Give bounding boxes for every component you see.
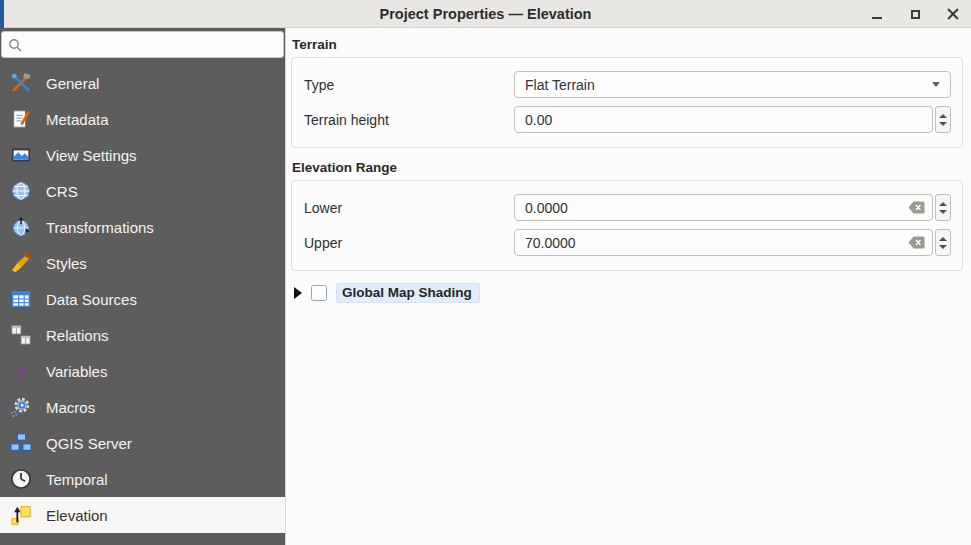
upper-field — [514, 229, 933, 256]
lower-field — [514, 194, 933, 221]
window-title: Project Properties — Elevation — [0, 6, 971, 22]
sidebar-item-label: Relations — [46, 327, 109, 344]
close-button[interactable] — [945, 6, 961, 22]
terrain-section-title: Terrain — [292, 37, 963, 52]
sidebar-item-elevation[interactable]: Elevation — [0, 497, 285, 533]
window-controls — [869, 0, 961, 28]
upper-row: Upper — [304, 229, 951, 256]
global-map-shading-label[interactable]: Global Map Shading — [336, 283, 480, 303]
sidebar-item-temporal[interactable]: Temporal — [0, 461, 285, 497]
elevation-icon — [9, 503, 33, 527]
global-map-shading-row: Global Map Shading — [294, 283, 963, 303]
sidebar-item-transformations[interactable]: Transformations — [0, 209, 285, 245]
lower-label: Lower — [304, 200, 514, 216]
global-map-shading-checkbox[interactable] — [311, 285, 327, 301]
spin-up-icon[interactable] — [939, 202, 947, 206]
project-properties-window: Project Properties — Elevation — [0, 0, 971, 545]
sidebar-item-general[interactable]: General — [0, 65, 285, 101]
upper-spinner[interactable] — [935, 229, 951, 256]
macro-gear-icon — [9, 395, 33, 419]
terrain-height-label: Terrain height — [304, 112, 514, 128]
terrain-type-combobox[interactable]: Flat Terrain — [514, 71, 951, 98]
epsilon-icon: ε — [9, 359, 33, 383]
transformations-icon — [9, 215, 33, 239]
sidebar-item-metadata[interactable]: Metadata — [0, 101, 285, 137]
paintbrush-icon — [9, 251, 33, 275]
titlebar: Project Properties — Elevation — [0, 0, 971, 28]
sidebar-search[interactable] — [1, 31, 284, 58]
sidebar-nav: General Metadata — [0, 65, 285, 545]
svg-text:ε: ε — [16, 360, 27, 381]
tools-icon — [9, 71, 33, 95]
search-icon — [8, 38, 22, 52]
search-input[interactable] — [27, 37, 277, 52]
lower-input[interactable] — [525, 200, 900, 216]
sidebar-item-data-sources[interactable]: Data Sources — [0, 281, 285, 317]
sidebar-item-variables[interactable]: ε Variables — [0, 353, 285, 389]
spin-down-icon[interactable] — [939, 210, 947, 214]
terrain-groupbox: Type Flat Terrain Terrain height — [291, 57, 963, 148]
globe-icon — [9, 179, 33, 203]
elevation-range-groupbox: Lower — [291, 180, 963, 271]
minimize-icon — [872, 17, 882, 19]
sidebar-item-view-settings[interactable]: View Settings — [0, 137, 285, 173]
terrain-type-row: Type Flat Terrain — [304, 71, 951, 98]
titlebar-accent — [0, 0, 4, 28]
sidebar-item-crs[interactable]: CRS — [0, 173, 285, 209]
sidebar-item-label: Data Sources — [46, 291, 137, 308]
sidebar-item-qgis-server[interactable]: QGIS Server — [0, 425, 285, 461]
sidebar-item-styles[interactable]: Styles — [0, 245, 285, 281]
spin-up-icon[interactable] — [939, 114, 947, 118]
sidebar-item-label: View Settings — [46, 147, 137, 164]
sidebar: General Metadata — [0, 28, 285, 545]
relations-icon — [9, 323, 33, 347]
table-icon — [9, 287, 33, 311]
maximize-icon — [911, 10, 920, 19]
backspace-clear-icon — [908, 236, 925, 249]
clear-value-button[interactable] — [906, 200, 926, 216]
lower-row: Lower — [304, 194, 951, 221]
spin-down-icon[interactable] — [939, 122, 947, 126]
server-icon — [9, 431, 33, 455]
sidebar-item-label: Transformations — [46, 219, 154, 236]
sidebar-item-label: Elevation — [46, 507, 108, 524]
terrain-height-row: Terrain height — [304, 106, 951, 133]
sidebar-item-label: General — [46, 75, 99, 92]
chevron-down-icon — [932, 82, 940, 87]
elevation-settings-panel: Terrain Type Flat Terrain Terrain height — [285, 28, 971, 545]
metadata-icon — [9, 107, 33, 131]
minimize-button[interactable] — [869, 6, 885, 22]
sidebar-item-macros[interactable]: Macros — [0, 389, 285, 425]
sidebar-item-label: Temporal — [46, 471, 108, 488]
elevation-range-section-title: Elevation Range — [292, 160, 963, 175]
terrain-height-input[interactable] — [525, 112, 926, 128]
sidebar-item-label: CRS — [46, 183, 78, 200]
sidebar-item-label: Variables — [46, 363, 107, 380]
terrain-type-value: Flat Terrain — [525, 77, 932, 93]
terrain-height-spinner[interactable] — [935, 106, 951, 133]
terrain-height-field — [514, 106, 933, 133]
view-settings-icon — [9, 143, 33, 167]
maximize-button[interactable] — [907, 6, 923, 22]
spin-down-icon[interactable] — [939, 245, 947, 249]
sidebar-item-label: QGIS Server — [46, 435, 132, 452]
sidebar-item-label: Metadata — [46, 111, 109, 128]
backspace-clear-icon — [908, 201, 925, 214]
sidebar-item-relations[interactable]: Relations — [0, 317, 285, 353]
spin-up-icon[interactable] — [939, 237, 947, 241]
upper-input[interactable] — [525, 235, 900, 251]
terrain-type-label: Type — [304, 77, 514, 93]
sidebar-item-label: Styles — [46, 255, 87, 272]
clear-value-button[interactable] — [906, 235, 926, 251]
upper-label: Upper — [304, 235, 514, 251]
expand-arrow-icon[interactable] — [294, 287, 302, 299]
sidebar-item-label: Macros — [46, 399, 95, 416]
lower-spinner[interactable] — [935, 194, 951, 221]
clock-icon — [9, 467, 33, 491]
close-icon — [947, 8, 959, 20]
